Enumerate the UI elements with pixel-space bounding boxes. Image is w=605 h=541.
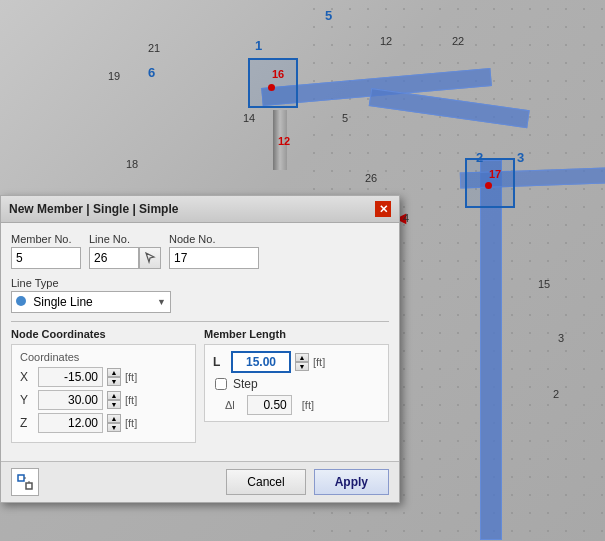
line-no-icon-button[interactable] [139, 247, 161, 269]
coord-z-row: Z ▲ ▼ [ft] [20, 413, 187, 433]
length-l-label: L [213, 355, 227, 369]
step-label: Step [233, 377, 258, 391]
coord-x-up[interactable]: ▲ [107, 368, 121, 377]
coord-y-input[interactable] [38, 390, 103, 410]
coords-sublabel: Coordinates [20, 351, 187, 363]
length-input[interactable] [231, 351, 291, 373]
cancel-button[interactable]: Cancel [226, 469, 305, 495]
coord-y-up[interactable]: ▲ [107, 391, 121, 400]
coord-x-unit: [ft] [125, 371, 137, 383]
dialog-footer: Cancel Apply [1, 461, 399, 502]
delta-row: Δl [ft] [213, 395, 380, 415]
coord-y-down[interactable]: ▼ [107, 400, 121, 409]
length-spinner: ▲ ▼ [295, 353, 309, 371]
vp-label-3b: 3 [558, 332, 564, 344]
node-box-1 [248, 58, 298, 108]
step-value-input[interactable] [247, 395, 292, 415]
line-type-group: Line Type Single Line ▼ [11, 277, 171, 313]
vp-label-14: 14 [243, 112, 255, 124]
coord-x-input[interactable] [38, 367, 103, 387]
node-no-label: Node No. [169, 233, 259, 245]
dialog-title: New Member | Single | Simple [9, 202, 178, 216]
node-no-input[interactable] [169, 247, 259, 269]
vp-label-3: 3 [517, 150, 524, 165]
node-dot-17 [485, 182, 492, 189]
vp-label-5: 5 [325, 8, 332, 23]
length-down[interactable]: ▼ [295, 362, 309, 371]
line-no-label: Line No. [89, 233, 161, 245]
footer-buttons: Cancel Apply [226, 469, 389, 495]
vp-label-22: 22 [452, 35, 464, 47]
beam-vertical [480, 160, 502, 540]
divider-1 [11, 321, 389, 322]
length-l-row: L ▲ ▼ [ft] [213, 351, 380, 373]
svg-rect-1 [18, 475, 24, 481]
step-unit: [ft] [302, 399, 314, 411]
coord-x-label: X [20, 370, 34, 384]
vp-label-12b: 12 [278, 135, 290, 147]
two-col-section: Node Coordinates Coordinates X ▲ ▼ [ft] [11, 328, 389, 451]
length-unit: [ft] [313, 356, 325, 368]
node-no-group: Node No. [169, 233, 259, 269]
vp-label-6: 6 [148, 65, 155, 80]
coord-z-input[interactable] [38, 413, 103, 433]
line-no-group: Line No. [89, 233, 161, 269]
dialog-body: Member No. Line No. Node No. [1, 223, 399, 461]
coord-z-unit: [ft] [125, 417, 137, 429]
vp-label-18: 18 [126, 158, 138, 170]
step-checkbox[interactable] [215, 378, 227, 390]
vp-label-16: 16 [272, 68, 284, 80]
vp-label-26: 26 [365, 172, 377, 184]
dialog-titlebar: New Member | Single | Simple ✕ [1, 196, 399, 223]
line-type-value: Single Line [33, 295, 92, 309]
line-no-input[interactable] [89, 247, 139, 269]
member-length-title: Member Length [204, 328, 389, 340]
node-dot-16 [268, 84, 275, 91]
svg-marker-0 [146, 253, 154, 262]
snap-icon [16, 473, 34, 491]
coord-y-unit: [ft] [125, 394, 137, 406]
line-no-input-group [89, 247, 161, 269]
vp-label-2: 2 [476, 150, 483, 165]
svg-rect-2 [26, 483, 32, 489]
coord-z-down[interactable]: ▼ [107, 423, 121, 432]
line-type-label: Line Type [11, 277, 171, 289]
vp-label-4: 4 [403, 212, 409, 224]
coord-z-label: Z [20, 416, 34, 430]
vp-label-17: 17 [489, 168, 501, 180]
line-type-select[interactable]: Single Line ▼ [11, 291, 171, 313]
length-box: L ▲ ▼ [ft] Step Δl [204, 344, 389, 422]
coord-z-up[interactable]: ▲ [107, 414, 121, 423]
new-member-dialog: New Member | Single | Simple ✕ Member No… [0, 195, 400, 503]
delta-label: Δl [225, 399, 235, 411]
length-up[interactable]: ▲ [295, 353, 309, 362]
form-row-linetype: Line Type Single Line ▼ [11, 277, 389, 313]
coord-x-down[interactable]: ▼ [107, 377, 121, 386]
member-length-section: Member Length L ▲ ▼ [ft] [204, 328, 389, 451]
coord-y-row: Y ▲ ▼ [ft] [20, 390, 187, 410]
member-no-group: Member No. [11, 233, 81, 269]
chevron-down-icon: ▼ [157, 297, 166, 307]
member-no-label: Member No. [11, 233, 81, 245]
vp-label-1: 1 [255, 38, 262, 53]
vp-label-21: 21 [148, 42, 160, 54]
step-row: Step [213, 377, 380, 391]
vp-label-12: 12 [380, 35, 392, 47]
vp-label-19: 19 [108, 70, 120, 82]
dialog-close-button[interactable]: ✕ [375, 201, 391, 217]
node-coords-section: Node Coordinates Coordinates X ▲ ▼ [ft] [11, 328, 196, 451]
vp-label-5b: 5 [342, 112, 348, 124]
apply-button[interactable]: Apply [314, 469, 389, 495]
select-dot-icon [16, 296, 26, 306]
coords-box: Coordinates X ▲ ▼ [ft] Y [11, 344, 196, 443]
cursor-icon [144, 252, 156, 264]
node-coords-title: Node Coordinates [11, 328, 196, 340]
coord-z-spinner: ▲ ▼ [107, 414, 121, 432]
snap-icon-button[interactable] [11, 468, 39, 496]
vp-label-15: 15 [538, 278, 550, 290]
member-no-input[interactable] [11, 247, 81, 269]
coord-x-spinner: ▲ ▼ [107, 368, 121, 386]
coord-x-row: X ▲ ▼ [ft] [20, 367, 187, 387]
coord-y-spinner: ▲ ▼ [107, 391, 121, 409]
form-row-ids: Member No. Line No. Node No. [11, 233, 389, 269]
